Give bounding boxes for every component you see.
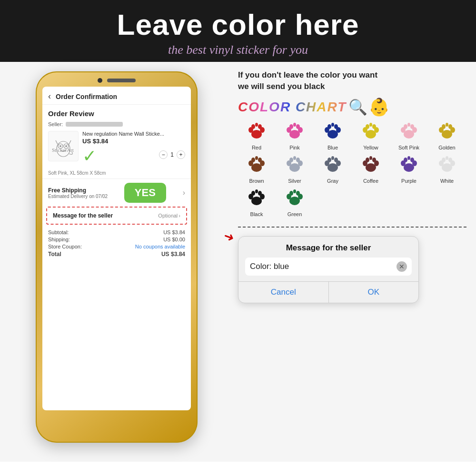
- color-item-yellow: Yellow: [352, 120, 389, 150]
- header-title: Leave color here: [5, 9, 471, 41]
- paw-golden: [436, 120, 457, 144]
- svg-point-67: [369, 156, 372, 160]
- dialog-ok-button[interactable]: OK: [329, 282, 419, 303]
- color-item-green: Green: [276, 187, 313, 217]
- svg-point-55: [293, 156, 296, 160]
- paw-purple: [398, 153, 419, 177]
- shipping-cost-row: Shipping: US $0.00: [48, 237, 185, 242]
- order-review-label: Order Review: [48, 109, 185, 118]
- svg-point-29: [366, 124, 369, 129]
- svg-point-72: [410, 158, 414, 162]
- color-item-coffee: Coffee: [352, 153, 389, 184]
- pikachu-svg: StickerArt: [50, 133, 77, 159]
- color-label-golden: Golden: [438, 145, 455, 150]
- paw-brown: [246, 153, 267, 177]
- color-label-green: Green: [288, 211, 302, 217]
- color-label-coffee: Coffee: [363, 178, 378, 184]
- paw-pink: [284, 120, 305, 144]
- svg-point-19: [293, 123, 296, 127]
- phone-camera: [98, 78, 102, 83]
- shipping-cost-label: Shipping:: [48, 237, 70, 242]
- svg-point-43: [446, 123, 448, 127]
- msg-optional-text: Optional: [158, 213, 178, 218]
- svg-point-90: [296, 191, 300, 196]
- product-variant: Soft Pink, XL 58cm X 58cm: [48, 169, 185, 176]
- color-item-red: Red: [238, 120, 275, 150]
- color-label-purple: Purple: [401, 178, 416, 184]
- instruction-text: If you don't leave the color you want we…: [238, 69, 466, 92]
- paw-soft pink: [398, 120, 419, 144]
- svg-point-60: [334, 158, 338, 162]
- svg-line-4: [56, 140, 58, 144]
- color-label-yellow: Yellow: [363, 145, 378, 150]
- paw-blue: [322, 120, 343, 144]
- color-label-white: White: [440, 178, 454, 184]
- paw-red: [246, 120, 267, 144]
- svg-point-77: [442, 158, 446, 162]
- color-item-purple: Purple: [390, 153, 427, 184]
- color-label-brown: Brown: [249, 178, 264, 184]
- svg-point-24: [334, 124, 338, 129]
- arrow-dialog-area: ➜ Message for the seller Color: blue ✕ C…: [238, 234, 466, 303]
- svg-point-25: [331, 123, 334, 127]
- subtotal-label: Subtotal:: [48, 229, 69, 235]
- color-chart-title: COLOR CHART: [238, 99, 347, 115]
- product-row: StickerArt: [48, 131, 185, 165]
- color-item-golden: Golden: [428, 120, 466, 150]
- qty-plus[interactable]: +: [177, 150, 185, 159]
- coupon-label: Store Coupon:: [48, 244, 82, 249]
- svg-point-31: [369, 123, 372, 127]
- order-review-section: Order Review Seller: StickerArt: [42, 105, 191, 178]
- yes-button[interactable]: YES: [124, 183, 166, 203]
- message-for-seller-row[interactable]: Message for the seller Optional ›: [46, 207, 187, 225]
- color-item-pink: Pink: [276, 120, 313, 150]
- svg-point-47: [251, 158, 255, 162]
- color-item-brown: Brown: [238, 153, 275, 184]
- color-label-gray: Gray: [327, 178, 338, 184]
- dialog-clear-button[interactable]: ✕: [397, 261, 407, 272]
- color-item-blue: Blue: [314, 120, 351, 150]
- header: Leave color here the best vinyl sticker …: [0, 0, 476, 62]
- back-button[interactable]: ‹: [48, 91, 51, 101]
- instruction-line2: we will send you black: [238, 82, 325, 91]
- subtotal-value: US $3.84: [163, 229, 185, 235]
- main-content: ‹ Order Confirmation Order Review Seller…: [0, 62, 476, 462]
- dialog-input-area[interactable]: Color: blue ✕: [245, 258, 412, 276]
- svg-point-84: [258, 191, 262, 196]
- qty-value: 1: [170, 151, 174, 158]
- shipping-cost-value: US $0.00: [163, 237, 185, 242]
- color-label-pink: Pink: [289, 145, 299, 150]
- phone-camera-row: [42, 78, 191, 83]
- svg-point-71: [404, 158, 407, 162]
- phone-speaker: [107, 79, 136, 82]
- dialog-box: Message for the seller Color: blue ✕ Can…: [238, 236, 419, 303]
- coupon-row: Store Coupon: No coupons available: [48, 244, 185, 249]
- coupon-value[interactable]: No coupons available: [135, 244, 185, 249]
- msg-arrow-icon: ›: [178, 213, 180, 218]
- dialog-cancel-button[interactable]: Cancel: [238, 282, 329, 303]
- product-price: US $3.84: [82, 138, 185, 145]
- qty-minus[interactable]: −: [159, 150, 168, 159]
- svg-point-13: [255, 123, 258, 127]
- total-label: Total: [48, 251, 61, 258]
- svg-point-53: [289, 158, 293, 162]
- msg-label: Message for the seller: [53, 212, 113, 219]
- svg-point-79: [446, 156, 448, 160]
- product-image: StickerArt: [48, 131, 79, 161]
- qty-row: − 1 +: [159, 150, 185, 159]
- left-panel: ‹ Order Confirmation Order Review Seller…: [0, 62, 233, 462]
- svg-point-42: [448, 124, 452, 129]
- shipping-label: Free Shipping: [48, 187, 108, 194]
- color-item-silver: Silver: [276, 153, 313, 184]
- svg-point-91: [293, 189, 296, 193]
- svg-text:StickerArt: StickerArt: [52, 147, 74, 153]
- product-info: New regulation Name Wall Sticke... US $3…: [82, 131, 185, 165]
- shipping-date: Estimated Delivery on 07/02: [48, 194, 108, 199]
- paw-silver: [284, 153, 305, 177]
- paw-green: [284, 187, 305, 210]
- dashed-divider: [238, 227, 466, 228]
- svg-point-17: [289, 124, 293, 129]
- header-subtitle: the best vinyl sticker for you: [5, 43, 471, 57]
- paw-gray: [322, 153, 343, 177]
- total-row: Total US $3.84: [48, 251, 185, 258]
